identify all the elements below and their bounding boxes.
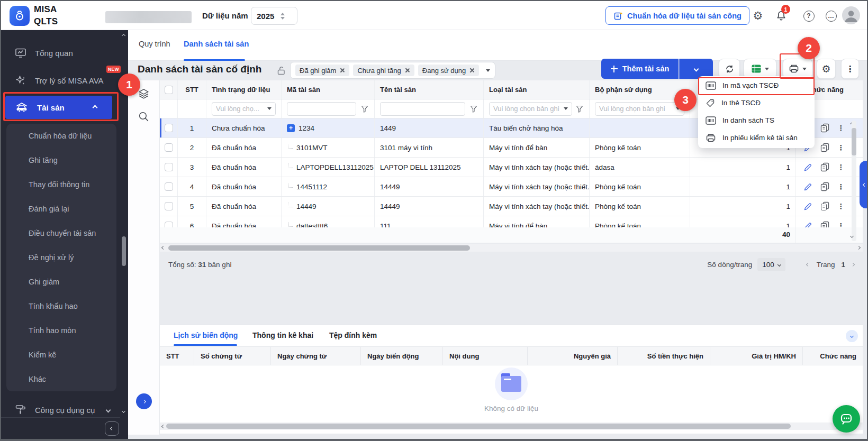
help-icon[interactable]: ? — [802, 10, 815, 22]
duplicate-icon[interactable] — [820, 201, 829, 211]
scroll-left-icon[interactable] — [161, 424, 165, 428]
normalize-public-asset-button[interactable]: Chuẩn hóa dữ liệu tài sản công — [605, 6, 749, 25]
horizontal-scrollbar-thumb[interactable] — [168, 245, 470, 251]
detail-horizontal-scrollbar[interactable] — [160, 422, 863, 430]
menu-item-in-the-tscd[interactable]: In thẻ TSCĐ — [698, 94, 815, 112]
submenu-item-ghi-giam[interactable]: Ghi giảm — [6, 270, 116, 294]
tab-tep-dinh-kem[interactable]: Tệp đính kèm — [329, 331, 377, 339]
filter-funnel-icon[interactable] — [469, 105, 478, 113]
prev-page-icon[interactable] — [806, 262, 810, 266]
expand-panel-button[interactable] — [136, 393, 152, 409]
settings-gear-icon[interactable]: ⚙ — [752, 10, 764, 22]
duplicate-icon[interactable] — [820, 143, 829, 152]
close-icon[interactable] — [340, 68, 345, 73]
close-icon[interactable] — [469, 68, 475, 73]
name-filter-input[interactable] — [380, 102, 465, 116]
row-checkbox[interactable] — [165, 124, 173, 132]
sidebar-item-overview[interactable]: Tổng quan — [1, 42, 116, 63]
column-header-type[interactable]: Loại tài sản — [484, 80, 590, 99]
submenu-item-chuan-hoa-du-lieu[interactable]: Chuẩn hóa dữ liệu — [6, 124, 116, 148]
submenu-item-ghi-tang[interactable]: Ghi tăng — [6, 148, 116, 172]
duplicate-icon[interactable] — [820, 182, 829, 191]
right-panel-handle[interactable] — [860, 161, 868, 208]
collapse-detail-panel-button[interactable] — [846, 330, 858, 342]
row-checkbox[interactable] — [165, 163, 173, 171]
scroll-right-icon[interactable] — [857, 246, 861, 250]
submenu-item-tinh-khau-hao[interactable]: Tính khấu hao — [6, 294, 116, 318]
vertical-scrollbar-thumb[interactable] — [852, 128, 856, 155]
row-kebab-icon[interactable]: ⋮ — [837, 124, 845, 132]
notifications-bell-icon[interactable]: 1 — [775, 10, 788, 22]
row-kebab-icon[interactable]: ⋮ — [837, 182, 845, 191]
duplicate-icon[interactable] — [820, 162, 829, 172]
edit-icon[interactable] — [803, 163, 812, 172]
next-page-icon[interactable] — [851, 262, 855, 266]
scroll-left-icon[interactable] — [161, 246, 165, 250]
edit-icon[interactable] — [803, 182, 812, 191]
more-actions-button[interactable]: ⋮ — [841, 59, 859, 79]
submenu-item-danh-gia-lai[interactable]: Đánh giá lại — [6, 197, 116, 221]
close-icon[interactable] — [405, 68, 410, 73]
duplicate-icon[interactable] — [820, 123, 829, 133]
tab-thong-tin-ke-khai[interactable]: Thông tin kê khai — [252, 331, 313, 339]
stepper-down-icon[interactable] — [281, 17, 285, 20]
row-checkbox[interactable] — [165, 182, 173, 191]
per-page-select[interactable]: 100 — [757, 258, 785, 271]
code-filter-input[interactable] — [287, 102, 356, 116]
menu-item-in-danh-sach-ts[interactable]: In danh sách TS — [698, 112, 815, 129]
vertical-scrollbar[interactable] — [852, 121, 856, 241]
excel-dropdown-caret[interactable] — [765, 68, 769, 70]
sidebar-collapse-button[interactable] — [105, 421, 119, 436]
tab-danh-sach-tai-san[interactable]: Danh sách tài sản — [184, 40, 249, 48]
row-checkbox[interactable] — [165, 202, 173, 210]
stepper-up-icon[interactable] — [281, 13, 285, 15]
select-all-checkbox[interactable] — [165, 86, 173, 94]
chips-dropdown-caret[interactable] — [486, 69, 490, 72]
edit-icon[interactable] — [803, 202, 812, 211]
submenu-item-tinh-hao-mon[interactable]: Tính hao mòn — [6, 318, 116, 343]
tab-lich-su-bien-dong[interactable]: Lịch sử biến động — [174, 331, 238, 339]
detail-scrollbar-thumb[interactable] — [166, 424, 791, 429]
expand-row-icon[interactable]: + — [287, 124, 295, 132]
filter-chip[interactable]: Đã ghi giảm — [295, 65, 349, 76]
grid-settings-button[interactable]: ⚙ — [817, 59, 836, 79]
filter-chip[interactable]: Chưa ghi tăng — [353, 65, 414, 76]
menu-item-in-ma-vach-tscd[interactable]: In mã vạch TSCĐ — [698, 77, 815, 94]
app-logo[interactable] — [10, 6, 30, 26]
menu-item-in-phieu-kiem-ke[interactable]: In phiếu kiểm kê tài sản — [698, 129, 815, 146]
type-filter-select[interactable]: Vui lòng chọn bản ghi — [489, 102, 572, 116]
column-header-name[interactable]: Tên tài sản — [375, 80, 484, 99]
submenu-item-de-nghi-xu-ly[interactable]: Đề nghị xử lý — [6, 245, 116, 270]
row-checkbox[interactable] — [165, 143, 173, 152]
sidebar-item-assets[interactable]: Tài sản — [5, 96, 112, 119]
year-stepper[interactable] — [281, 13, 285, 20]
column-header-code[interactable]: Mã tài sản — [282, 80, 375, 99]
horizontal-scrollbar[interactable] — [160, 244, 863, 252]
row-kebab-icon[interactable]: ⋮ — [837, 202, 845, 210]
filter-chip[interactable]: Đang sử dụng — [418, 65, 479, 76]
support-chat-button[interactable] — [833, 405, 860, 433]
filter-funnel-icon[interactable] — [360, 105, 369, 113]
submenu-item-khac[interactable]: Khác — [6, 367, 116, 391]
print-dropdown-caret[interactable] — [802, 68, 807, 70]
avatar[interactable] — [842, 6, 860, 26]
column-header-stt[interactable]: STT — [178, 80, 206, 99]
edit-icon[interactable] — [803, 222, 812, 228]
table-row[interactable]: 4 Đã chuẩn hóa 14451112 14449 Máy vi tín… — [160, 177, 863, 197]
tab-quy-trinh[interactable]: Quy trình — [139, 40, 170, 48]
data-year-select[interactable]: 2025 — [251, 7, 297, 25]
sidebar-item-misa-ava[interactable]: Trợ lý số MISA AVA NEW — [1, 70, 116, 91]
layers-icon[interactable] — [138, 88, 150, 100]
department-filter-select[interactable]: Vui lòng chọn bản ghi — [595, 102, 684, 116]
filter-funnel-icon[interactable] — [575, 105, 584, 113]
submenu-item-kiem-ke[interactable]: Kiểm kê — [6, 343, 116, 367]
submenu-item-dieu-chuyen-tai-san[interactable]: Điều chuyển tài sản — [6, 221, 116, 245]
submenu-item-thay-doi-thong-tin[interactable]: Thay đổi thông tin — [6, 172, 116, 197]
search-icon[interactable] — [138, 111, 150, 123]
more-options-icon[interactable]: … — [825, 10, 837, 22]
duplicate-icon[interactable] — [820, 221, 829, 227]
row-checkbox[interactable] — [165, 222, 173, 227]
row-kebab-icon[interactable]: ⋮ — [837, 163, 845, 171]
row-kebab-icon[interactable]: ⋮ — [837, 222, 845, 227]
table-row[interactable]: 5 Đã chuẩn hóa 14449 14449 Máy vi tính x… — [160, 197, 863, 216]
